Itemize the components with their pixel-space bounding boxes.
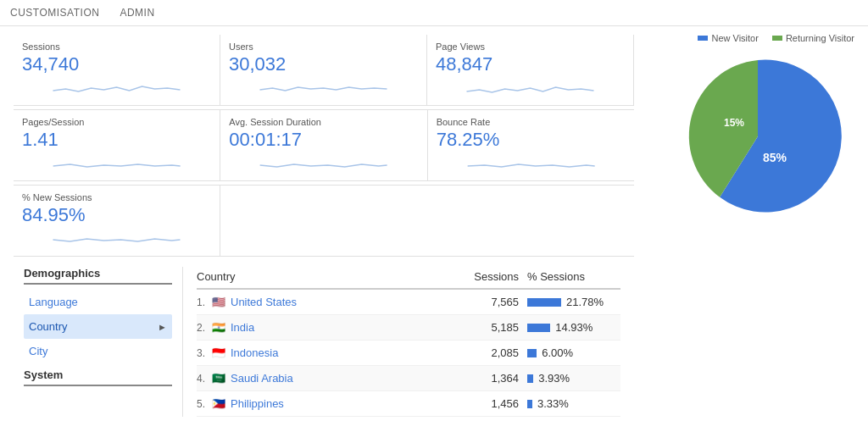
- row-num: 4.: [197, 373, 212, 385]
- chart-legend: New Visitor Returning Visitor: [661, 33, 854, 43]
- users-sparkline: [229, 79, 418, 97]
- metric-new-sessions: % New Sessions 84.95%: [14, 186, 220, 257]
- pie-chart-container: 85% 15%: [661, 52, 854, 221]
- metric-sessions: Sessions 34,740: [14, 35, 220, 106]
- row-pct-bar: 14.93%: [519, 321, 620, 334]
- pages-session-sparkline: [22, 154, 211, 173]
- sessions-sparkline: [22, 79, 211, 97]
- svg-text:85%: 85%: [763, 151, 787, 164]
- row-pct-bar: 6.00%: [519, 346, 620, 359]
- metrics-row-2: Pages/Session 1.41 Avg. Session Duration…: [14, 109, 634, 181]
- row-pct: 21.78%: [566, 296, 604, 308]
- language-label: Language: [29, 296, 78, 308]
- table-row: 3. 🇮🇩 Indonesia 2,085 6.00%: [197, 341, 620, 366]
- th-sessions: Sessions: [451, 270, 519, 283]
- nav-customisation[interactable]: CUSTOMISATION: [10, 7, 99, 19]
- demo-item-city[interactable]: City: [24, 339, 172, 363]
- row-sessions: 1,364: [451, 372, 519, 385]
- row-pct: 3.33%: [537, 397, 569, 410]
- row-pct: 3.93%: [538, 372, 570, 385]
- legend-returning-visitor: Returning Visitor: [772, 33, 854, 43]
- table-row: 1. 🇺🇸 United States 7,565 21.78%: [197, 290, 620, 315]
- metrics-row-3: % New Sessions 84.95%: [14, 185, 634, 257]
- th-pct-sessions: % Sessions: [519, 270, 620, 283]
- lower-section: Demographics Language Country ► City Sys…: [14, 263, 634, 417]
- row-num: 2.: [197, 322, 212, 334]
- pageviews-sparkline: [436, 79, 625, 97]
- table-row: 5. 🇵🇭 Philippines 1,456 3.33%: [197, 391, 620, 417]
- top-navigation: CUSTOMISATION ADMIN: [0, 0, 868, 26]
- bounce-rate-sparkline: [437, 154, 626, 173]
- pages-session-label: Pages/Session: [22, 117, 211, 127]
- users-value: 30,032: [229, 53, 418, 75]
- nav-admin[interactable]: ADMIN: [120, 7, 154, 19]
- row-num: 3.: [197, 347, 212, 359]
- new-sessions-label: % New Sessions: [22, 192, 211, 202]
- metric-users: Users 30,032: [220, 35, 427, 106]
- system-title: System: [24, 368, 172, 386]
- country-arrow-icon: ►: [158, 322, 167, 332]
- bar-fill: [527, 349, 537, 357]
- row-flag: 🇮🇩: [212, 346, 231, 359]
- users-label: Users: [229, 42, 418, 52]
- th-country: Country: [197, 270, 451, 283]
- row-sessions: 2,085: [451, 346, 519, 359]
- row-pct: 6.00%: [542, 346, 573, 359]
- demographics-panel: Demographics Language Country ► City Sys…: [14, 267, 183, 417]
- new-visitor-label: New Visitor: [711, 33, 758, 43]
- row-country[interactable]: United States: [231, 296, 451, 308]
- returning-visitor-label: Returning Visitor: [786, 33, 854, 43]
- row-flag: 🇮🇳: [212, 321, 231, 334]
- new-sessions-value: 84.95%: [22, 204, 211, 226]
- row-flag: 🇺🇸: [212, 296, 231, 308]
- city-label: City: [29, 345, 47, 357]
- pages-session-value: 1.41: [22, 129, 211, 151]
- pageviews-value: 48,847: [436, 53, 625, 75]
- row-country[interactable]: India: [231, 321, 451, 334]
- right-panel: New Visitor Returning Visitor 85% 15%: [648, 26, 868, 431]
- new-sessions-sparkline: [22, 230, 211, 248]
- bar-fill: [527, 374, 533, 383]
- row-country[interactable]: Philippines: [231, 397, 451, 410]
- left-panel: Sessions 34,740 Users 30,032 Page Views …: [0, 26, 648, 431]
- row-country[interactable]: Saudi Arabia: [231, 372, 451, 385]
- row-pct-bar: 3.93%: [519, 372, 620, 385]
- table-row: 2. 🇮🇳 India 5,185 14.93%: [197, 315, 620, 341]
- row-sessions: 1,456: [451, 397, 519, 410]
- metric-avg-duration: Avg. Session Duration 00:01:17: [220, 110, 427, 181]
- row-num: 1.: [197, 296, 212, 308]
- row-pct: 14.93%: [555, 321, 593, 334]
- returning-visitor-dot: [772, 36, 782, 41]
- bar-fill: [527, 400, 532, 408]
- avg-duration-value: 00:01:17: [229, 129, 418, 151]
- row-flag: 🇸🇦: [212, 372, 231, 385]
- row-num: 5.: [197, 398, 212, 410]
- new-visitor-dot: [698, 36, 708, 41]
- avg-duration-sparkline: [229, 154, 418, 173]
- demographics-title: Demographics: [24, 267, 172, 285]
- metric-pages-session: Pages/Session 1.41: [14, 110, 220, 181]
- table-header: Country Sessions % Sessions: [197, 267, 620, 290]
- row-pct-bar: 21.78%: [519, 296, 620, 308]
- sessions-label: Sessions: [22, 42, 211, 52]
- metric-pageviews: Page Views 48,847: [427, 35, 633, 106]
- pageviews-label: Page Views: [436, 42, 625, 52]
- bounce-rate-label: Bounce Rate: [437, 117, 626, 127]
- country-label: Country: [29, 320, 68, 333]
- svg-text:15%: 15%: [724, 117, 744, 129]
- row-pct-bar: 3.33%: [519, 397, 620, 410]
- bar-fill: [527, 324, 550, 332]
- bar-fill: [527, 298, 561, 307]
- legend-new-visitor: New Visitor: [698, 33, 758, 43]
- bounce-rate-value: 78.25%: [437, 129, 626, 151]
- demo-item-language[interactable]: Language: [24, 290, 172, 314]
- metrics-row-1: Sessions 34,740 Users 30,032 Page Views …: [14, 35, 634, 106]
- demo-item-country[interactable]: Country ►: [24, 314, 172, 339]
- country-table-rows: 1. 🇺🇸 United States 7,565 21.78% 2. 🇮🇳 I…: [197, 290, 620, 417]
- row-country[interactable]: Indonesia: [231, 346, 451, 359]
- table-row: 4. 🇸🇦 Saudi Arabia 1,364 3.93%: [197, 366, 620, 391]
- row-flag: 🇵🇭: [212, 397, 231, 410]
- row-sessions: 7,565: [451, 296, 519, 308]
- main-content: Sessions 34,740 Users 30,032 Page Views …: [0, 26, 868, 431]
- row-sessions: 5,185: [451, 321, 519, 334]
